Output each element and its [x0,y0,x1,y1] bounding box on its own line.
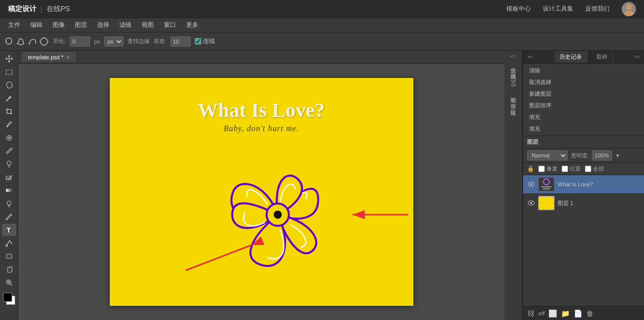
eyedropper-tool[interactable] [2,118,16,131]
menu-filter[interactable]: 滤镜 [115,20,136,30]
canvas-subtitle-text: Baby, don't hurt me. [110,124,413,133]
svg-point-11 [7,161,11,165]
lock-row: 🔒 像素 位置 全部 [523,163,644,175]
history-fill1[interactable]: 填充 [523,111,644,123]
history-fill2[interactable]: 填充 [523,123,644,135]
menu-select[interactable]: 选择 [93,20,113,30]
char-label[interactable]: 字符 [509,96,517,102]
lock-position-check[interactable]: 位置 [562,165,581,173]
svg-line-25 [10,284,12,286]
feather-label: 羽化: [53,37,66,45]
layers-list: What Is Love? 图层 1 [523,175,644,306]
menu-window[interactable]: 窗口 [160,20,180,30]
lasso-tool-icon[interactable] [4,36,14,47]
tab-close-button[interactable]: × [66,54,69,60]
magnetic-lasso-icon[interactable] [27,36,37,47]
fx-btn[interactable]: eff [538,310,544,316]
pen-tool[interactable] [2,211,16,223]
magic-wand-tool[interactable] [2,92,16,104]
menu-file[interactable]: 文件 [4,20,24,30]
tab-sample[interactable]: 取样 [591,51,613,63]
brand-name: 稿定设计 [8,5,36,14]
new-layer-btn[interactable]: 📄 [574,309,582,317]
brush-label[interactable]: 笔刷 [509,90,517,96]
polygonal-lasso-icon[interactable] [16,36,26,47]
wand-tool-icon[interactable] [39,36,49,47]
gradient-tool[interactable] [2,184,16,196]
flower-graphic [197,139,359,291]
find-edge-label: 查找边缘 [127,37,150,45]
history-clear[interactable]: 清除 [523,65,644,76]
layer-visibility-toggle[interactable] [527,180,535,188]
clone-tool[interactable] [2,158,16,170]
toolbar: 羽化: px px 查找边缘 容差: 连续 [0,32,644,51]
layer-visibility-toggle[interactable] [527,199,535,207]
side-mini-panel: <> 信息 属性 CSS 笔刷 字符 段落 [504,51,523,320]
lock-pixel-check[interactable]: 像素 [538,165,557,173]
active-tab[interactable]: template.psd * × [22,52,75,62]
brush-tool[interactable] [2,145,16,157]
add-mask-btn[interactable]: ⬜ [548,309,557,317]
menu-more[interactable]: 更多 [182,20,202,30]
move-tool[interactable] [2,53,16,65]
zoom-tool[interactable] [2,276,16,289]
shape-tool[interactable] [2,250,16,262]
svg-point-0 [626,4,632,10]
layers-footer: ⛓ eff ⬜ 📁 📄 🗑 [523,306,644,320]
nav-templates[interactable]: 模板中心 [506,5,531,13]
new-group-btn[interactable]: 📁 [561,309,570,317]
layer-item[interactable]: 图层 1 [523,194,644,213]
nav-feedback[interactable]: 反馈我们 [585,5,610,13]
svg-rect-16 [6,189,12,192]
crop-tool[interactable] [2,105,16,117]
continuous-checkbox[interactable] [195,38,201,45]
canvas-area: template.psd * × What Is Love? Baby, don… [18,51,504,320]
tab-history[interactable]: 历史记录 [554,51,587,63]
tolerance-input[interactable] [170,36,191,47]
panel-collapse-left[interactable]: >< [525,53,535,61]
color-swatches[interactable] [2,292,16,306]
attr-label[interactable]: 属性 [509,66,517,72]
history-new-layer[interactable]: 新建图层 [523,88,644,100]
opacity-input[interactable] [592,150,612,161]
healing-tool[interactable] [2,132,16,144]
history-layer-order[interactable]: 图层排序 [523,100,644,111]
tolerance-label: 容差: [154,37,166,45]
menu-view[interactable]: 视图 [138,20,158,30]
collapse-left-arrow[interactable]: <> [508,53,519,60]
svg-point-20 [6,219,7,220]
layer-thumbnail [538,196,554,210]
layers-section: 图层 Normal 透明度: ▼ 🔒 像素 位置 全部 [523,136,644,320]
user-avatar[interactable] [622,2,636,16]
foreground-color[interactable] [3,293,12,302]
css-label[interactable]: CSS [510,72,517,90]
menu-layer[interactable]: 图层 [71,20,91,30]
eraser-tool[interactable] [2,171,16,183]
blend-mode-select[interactable]: Normal [527,150,568,161]
lock-all-check[interactable]: 全部 [585,165,604,173]
nav-tools[interactable]: 设计工具集 [543,5,573,13]
para-label[interactable]: 段落 [509,102,517,108]
text-tool[interactable]: T [2,224,16,236]
svg-point-3 [17,43,19,44]
svg-point-19 [10,214,12,216]
hand-tool[interactable] [2,263,16,275]
panel-collapse-right[interactable]: >< [632,53,642,61]
dodge-tool[interactable] [2,197,16,210]
delete-layer-btn[interactable]: 🗑 [586,309,593,317]
main-layout: T template.psd * × [0,51,644,320]
menu-image[interactable]: 图像 [49,20,69,30]
link-layers-btn[interactable]: ⛓ [527,309,534,317]
feather-input[interactable] [70,36,90,47]
info-label[interactable]: 信息 [509,60,517,66]
rect-select-tool[interactable] [2,66,16,78]
svg-point-35 [530,183,532,185]
menu-edit[interactable]: 编辑 [26,20,47,30]
path-select-tool[interactable] [2,237,16,249]
layer-item[interactable]: What Is Love? [523,175,644,194]
svg-rect-23 [7,254,12,258]
lasso-tool[interactable] [2,79,16,91]
feather-dropdown[interactable]: px [104,36,123,47]
history-deselect[interactable]: 取消选择 [523,76,644,88]
opacity-dropdown-arrow[interactable]: ▼ [615,153,620,158]
